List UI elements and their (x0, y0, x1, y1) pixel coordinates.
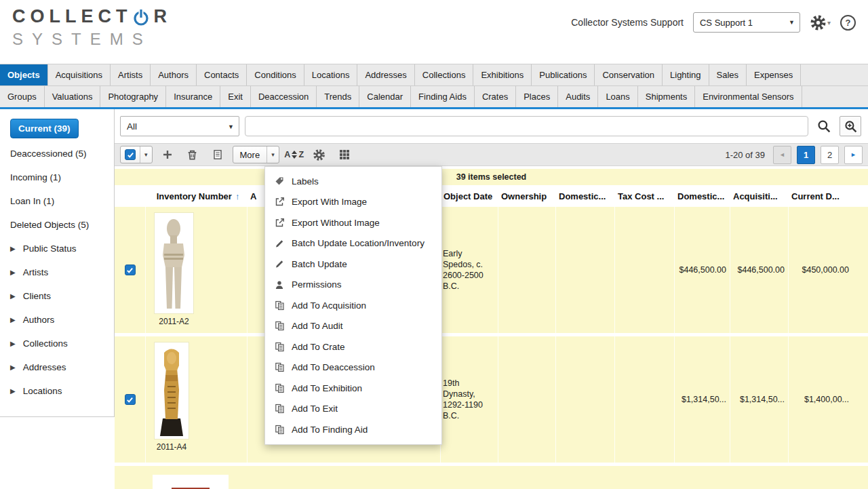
sidebar-item-loan-in[interactable]: Loan In (1) (0, 189, 114, 213)
tab-photography[interactable]: Photography (100, 86, 166, 107)
sidebar-group-locations[interactable]: ▶Locations (0, 379, 114, 403)
sidebar-item-deleted-objects[interactable]: Deleted Objects (5) (0, 213, 114, 237)
chevron-down-icon[interactable]: ▾ (271, 151, 275, 158)
table-row[interactable]: 2011-A4 19th Dynasty, 1292-1190 B.C. $1,… (115, 336, 868, 463)
add-to-record-icon (274, 321, 285, 332)
menu-item-labels[interactable]: Labels (265, 171, 441, 192)
sidebar-group-collections[interactable]: ▶Collections (0, 332, 114, 355)
grid-settings-button[interactable] (309, 145, 330, 164)
tab-artists[interactable]: Artists (111, 64, 151, 85)
table-row[interactable]: 2011-A2 Early Spedos, c. 2600-2500 B.C. … (115, 207, 868, 333)
column-header-domestic-1[interactable]: Domestic... (556, 191, 615, 201)
menu-item-batch-update[interactable]: Batch Update (265, 254, 441, 275)
menu-item-batch-update-location-inventory[interactable]: Batch Update Location/Inventory (265, 233, 441, 254)
help-button[interactable]: ? (840, 15, 856, 31)
menu-item-add-to-exhibition[interactable]: Add To Exhibition (265, 378, 441, 399)
menu-item-permissions[interactable]: Permissions (265, 275, 441, 296)
tab-collections[interactable]: Collections (415, 64, 474, 85)
column-header-ownership[interactable]: Ownership (498, 191, 556, 201)
tab-locations[interactable]: Locations (304, 64, 358, 85)
tab-places[interactable]: Places (516, 86, 558, 107)
sidebar-group-authors[interactable]: ▶Authors (0, 308, 114, 332)
chevron-right-icon: ▶ (10, 245, 16, 252)
main-panel: All ▼ (115, 109, 868, 489)
more-split-button[interactable]: More ▾ (233, 146, 279, 163)
report-button[interactable] (208, 145, 228, 164)
tab-publications[interactable]: Publications (532, 64, 595, 85)
menu-item-add-to-finding-aid[interactable]: Add To Finding Aid (265, 419, 441, 440)
tab-lighting[interactable]: Lighting (663, 64, 709, 85)
tab-shipments[interactable]: Shipments (638, 86, 695, 107)
tab-addresses[interactable]: Addresses (357, 64, 414, 85)
tab-trends[interactable]: Trends (317, 86, 359, 107)
tab-objects[interactable]: Objects (0, 64, 48, 85)
tab-exhibitions[interactable]: Exhibitions (473, 64, 532, 85)
thumbnail-ushabti-figurine[interactable] (155, 343, 189, 439)
tab-authors[interactable]: Authors (151, 64, 197, 85)
tab-contacts[interactable]: Contacts (197, 64, 247, 85)
sidebar-item-current[interactable]: Current (39) (10, 119, 79, 138)
pencil-icon (274, 238, 285, 249)
add-object-button[interactable] (157, 145, 178, 164)
menu-item-add-to-acquisition[interactable]: Add To Acquisition (265, 295, 441, 316)
search-input[interactable] (245, 116, 808, 136)
menu-item-label: Labels (292, 176, 319, 187)
tax-cost-cell (615, 336, 675, 463)
previous-page-button[interactable]: ◄ (773, 146, 791, 164)
page-2-button[interactable]: 2 (821, 146, 839, 164)
search-button[interactable] (814, 116, 834, 136)
column-header-acquisition[interactable]: Acquisiti... (730, 191, 789, 201)
menu-item-add-to-exit[interactable]: Add To Exit (265, 399, 441, 420)
sidebar-group-addresses[interactable]: ▶Addresses (0, 355, 114, 379)
table-row[interactable] (115, 466, 868, 489)
row-checkbox[interactable] (125, 265, 136, 275)
column-header-domestic-2[interactable]: Domestic... (675, 191, 730, 201)
menu-item-add-to-audit[interactable]: Add To Audit (265, 316, 441, 337)
tab-acquisitions[interactable]: Acquisitions (48, 64, 111, 85)
sidebar-group-public-status[interactable]: ▶Public Status (0, 237, 114, 260)
tab-audits[interactable]: Audits (558, 86, 598, 107)
tab-calendar[interactable]: Calendar (359, 86, 411, 107)
sidebar-item-deaccessioned[interactable]: Deaccessioned (5) (0, 142, 114, 165)
tab-insurance[interactable]: Insurance (166, 86, 220, 107)
check-icon (125, 266, 134, 275)
menu-item-export-without-image[interactable]: Export Without Image (265, 212, 441, 233)
delete-button[interactable] (182, 145, 203, 164)
tab-conservation[interactable]: Conservation (595, 64, 663, 85)
menu-item-export-with-image[interactable]: Export With Image (265, 192, 441, 213)
column-header-object-date[interactable]: Object Date (441, 191, 498, 201)
sidebar-item-incoming[interactable]: Incoming (1) (0, 165, 114, 189)
settings-gear-button[interactable]: ▾ (810, 14, 831, 31)
menu-item-add-to-crate[interactable]: Add To Crate (265, 336, 441, 357)
tab-conditions[interactable]: Conditions (247, 64, 304, 85)
tab-environmental-sensors[interactable]: Environmental Sensors (695, 86, 802, 107)
sidebar-group-clients[interactable]: ▶Clients (0, 284, 114, 308)
view-grid-button[interactable] (334, 145, 355, 164)
column-header-inventory-number[interactable]: Inventory Number↑ (146, 191, 248, 201)
next-page-button[interactable]: ► (844, 146, 863, 164)
chevron-down-icon[interactable]: ▾ (144, 151, 148, 158)
advanced-search-button[interactable] (840, 116, 861, 136)
object-thumbnail[interactable] (153, 475, 229, 489)
select-all-checkbox[interactable] (125, 149, 136, 160)
tab-loans[interactable]: Loans (598, 86, 637, 107)
column-header-current[interactable]: Current D... (789, 191, 852, 201)
tab-sales[interactable]: Sales (709, 64, 747, 85)
thumbnail-cycladic-figurine[interactable] (155, 213, 193, 313)
row-checkbox[interactable] (125, 394, 136, 405)
search-scope-select[interactable]: All ▼ (120, 116, 239, 136)
tab-deaccession[interactable]: Deaccession (251, 86, 317, 107)
page-1-button[interactable]: 1 (797, 146, 815, 164)
tab-groups[interactable]: Groups (0, 86, 45, 107)
tab-expenses[interactable]: Expenses (747, 64, 801, 85)
sidebar-group-artists[interactable]: ▶Artists (0, 260, 114, 284)
tab-valuations[interactable]: Valuations (45, 86, 101, 107)
column-header-tax-cost[interactable]: Tax Cost ... (615, 191, 675, 201)
tab-finding-aids[interactable]: Finding Aids (411, 86, 475, 107)
account-select[interactable]: CS Support 1 ▼ (693, 12, 800, 33)
tab-crates[interactable]: Crates (475, 86, 516, 107)
menu-item-add-to-deaccession[interactable]: Add To Deaccession (265, 357, 441, 378)
select-all-split-button[interactable]: ▾ (120, 146, 153, 163)
sort-button[interactable]: A Z (284, 145, 304, 164)
tab-exit[interactable]: Exit (220, 86, 251, 107)
